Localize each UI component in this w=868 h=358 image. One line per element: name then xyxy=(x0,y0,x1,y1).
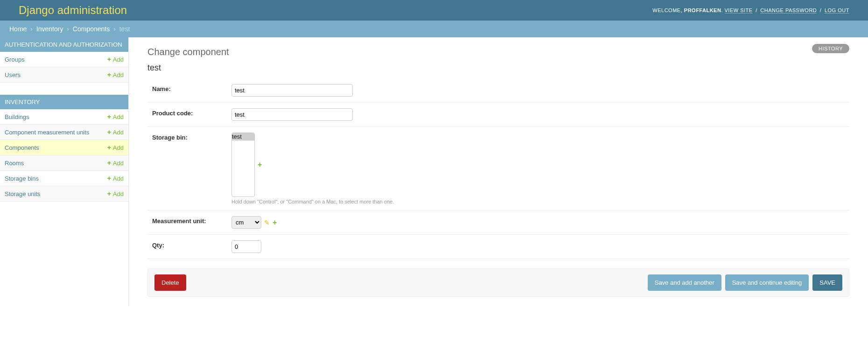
change-password-link[interactable]: CHANGE PASSWORD xyxy=(760,7,817,14)
field-row-name: Name: xyxy=(147,78,849,103)
plus-icon: + xyxy=(107,175,111,182)
field-row-storage-bin: Storage bin: test + Hold down "Control",… xyxy=(147,127,849,211)
plus-icon: + xyxy=(107,113,111,120)
nav-sidebar: AUTHENTICATION AND AUTHORIZATION Groups … xyxy=(0,37,129,306)
welcome-text: WELCOME, xyxy=(652,7,682,13)
logout-link[interactable]: LOG OUT xyxy=(825,7,849,14)
storage-bin-help: Hold down "Control", or "Command" on a M… xyxy=(231,199,845,204)
username: PROFFALKEN xyxy=(684,7,721,13)
sidebar-model-row: Storage units + Add xyxy=(0,186,128,202)
field-row-qty: Qty: xyxy=(147,235,849,259)
plus-icon: + xyxy=(107,71,111,78)
product-code-label: Product code: xyxy=(152,108,227,117)
sidebar-add-link[interactable]: + Add xyxy=(107,175,124,182)
storage-bin-label: Storage bin: xyxy=(152,133,227,141)
submit-row: Delete SAVE Save and continue editing Sa… xyxy=(147,268,849,297)
sidebar-app-inventory: INVENTORY Buildings + Add Component meas… xyxy=(0,95,128,202)
header: Django administration WELCOME, PROFFALKE… xyxy=(0,0,868,21)
sidebar-add-link[interactable]: + Add xyxy=(107,129,124,136)
sidebar-model-link-cmu[interactable]: Component measurement units xyxy=(5,129,89,136)
sidebar-add-link[interactable]: + Add xyxy=(107,71,124,78)
sidebar-model-row: Users + Add xyxy=(0,67,128,83)
breadcrumb: Home › Inventory › Components › test xyxy=(0,21,868,37)
storage-bin-select[interactable]: test xyxy=(231,133,255,197)
measurement-unit-select[interactable]: cm xyxy=(231,216,261,229)
field-row-measurement-unit: Measurement unit: cm ✎ + xyxy=(147,211,849,235)
plus-icon: + xyxy=(107,56,111,63)
sidebar-model-link-rooms[interactable]: Rooms xyxy=(5,160,24,167)
plus-icon: + xyxy=(107,144,111,151)
breadcrumb-object: test xyxy=(119,25,130,33)
add-measurement-unit-icon[interactable]: + xyxy=(273,218,277,227)
sidebar-model-link-buildings[interactable]: Buildings xyxy=(5,113,29,120)
sidebar-model-link-users[interactable]: Users xyxy=(5,71,21,78)
sidebar-add-link[interactable]: + Add xyxy=(107,160,124,167)
breadcrumb-home[interactable]: Home xyxy=(9,25,27,33)
qty-label: Qty: xyxy=(152,240,227,249)
storage-bin-option[interactable]: test xyxy=(232,133,254,140)
sidebar-add-link[interactable]: + Add xyxy=(107,113,124,120)
sidebar-model-link-components[interactable]: Components xyxy=(5,144,39,151)
add-storage-bin-icon[interactable]: + xyxy=(258,161,262,169)
sidebar-add-link[interactable]: + Add xyxy=(107,144,124,151)
name-input[interactable] xyxy=(231,84,353,97)
sidebar-model-row: Storage bins + Add xyxy=(0,171,128,186)
edit-measurement-unit-icon[interactable]: ✎ xyxy=(264,219,270,226)
field-row-product-code: Product code: xyxy=(147,103,849,127)
sidebar-app-label: AUTHENTICATION AND AUTHORIZATION xyxy=(0,37,128,52)
sidebar-add-link[interactable]: + Add xyxy=(107,56,124,63)
sidebar-app-auth: AUTHENTICATION AND AUTHORIZATION Groups … xyxy=(0,37,128,83)
product-code-input[interactable] xyxy=(231,108,353,121)
sidebar-model-row: Groups + Add xyxy=(0,52,128,67)
history-button[interactable]: HISTORY xyxy=(812,44,849,53)
sidebar-model-link-groups[interactable]: Groups xyxy=(5,56,25,63)
user-tools: WELCOME, PROFFALKEN. VIEW SITE / CHANGE … xyxy=(652,7,849,13)
sidebar-model-link-storagebins[interactable]: Storage bins xyxy=(5,175,39,182)
object-title: test xyxy=(147,63,849,73)
sidebar-model-row: Component measurement units + Add xyxy=(0,125,128,140)
sidebar-model-link-storageunits[interactable]: Storage units xyxy=(5,190,41,197)
page-title: Change component xyxy=(147,47,849,57)
save-button[interactable]: SAVE xyxy=(812,274,842,291)
save-continue-button[interactable]: Save and continue editing xyxy=(725,274,809,291)
content: HISTORY Change component test Name: Prod… xyxy=(129,37,868,306)
sidebar-app-label: INVENTORY xyxy=(0,95,128,109)
breadcrumb-app[interactable]: Inventory xyxy=(36,25,63,33)
sidebar-model-row: Components + Add xyxy=(0,140,128,155)
plus-icon: + xyxy=(107,190,111,197)
save-add-another-button[interactable]: Save and add another xyxy=(648,274,721,291)
delete-button[interactable]: Delete xyxy=(154,274,186,291)
name-label: Name: xyxy=(152,84,227,92)
breadcrumb-model[interactable]: Components xyxy=(73,25,110,33)
sidebar-model-row: Buildings + Add xyxy=(0,109,128,125)
sidebar-add-link[interactable]: + Add xyxy=(107,190,124,197)
branding-title[interactable]: Django administration xyxy=(19,4,127,17)
view-site-link[interactable]: VIEW SITE xyxy=(725,7,753,14)
plus-icon: + xyxy=(107,159,111,167)
plus-icon: + xyxy=(107,128,111,136)
measurement-unit-label: Measurement unit: xyxy=(152,216,227,225)
qty-input[interactable] xyxy=(231,240,261,253)
sidebar-model-row: Rooms + Add xyxy=(0,155,128,171)
